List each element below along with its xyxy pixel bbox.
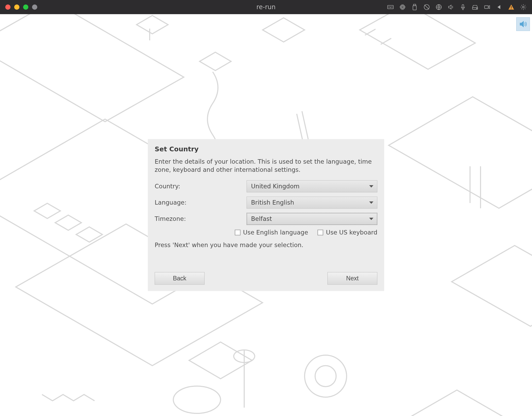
svg-rect-0 [388, 6, 393, 9]
svg-rect-1 [401, 6, 404, 9]
country-select-value: United Kingdom [251, 183, 300, 190]
wizard-heading: Set Country [155, 145, 377, 153]
language-select-value: British English [251, 199, 294, 206]
svg-rect-10 [484, 6, 488, 9]
chevron-down-icon [369, 201, 373, 204]
country-label: Country: [155, 183, 247, 190]
svg-rect-12 [511, 8, 512, 9]
maximize-window-button[interactable] [23, 4, 28, 10]
wizard-hint: Press 'Next' when you have made your sel… [155, 242, 377, 249]
timezone-select[interactable]: Belfast [247, 213, 377, 225]
timezone-label: Timezone: [155, 216, 247, 222]
audio-overlay-icon[interactable] [516, 17, 530, 31]
back-triangle-icon[interactable] [496, 4, 503, 10]
window-control-dot [32, 4, 37, 10]
disk-icon[interactable] [472, 4, 478, 10]
chevron-down-icon [369, 185, 373, 188]
wizard-actions: Back Next [155, 272, 377, 285]
back-button[interactable]: Back [155, 272, 205, 285]
use-english-language-label: Use English language [243, 229, 308, 236]
country-select[interactable]: United Kingdom [247, 180, 377, 193]
use-english-language-checkbox[interactable]: Use English language [235, 229, 308, 236]
window-titlebar: re-run [0, 0, 532, 14]
warning-icon[interactable] [508, 4, 515, 10]
svg-rect-2 [402, 6, 404, 8]
checkbox-box [317, 230, 323, 236]
system-tray [387, 4, 527, 10]
window-controls [5, 4, 37, 10]
options-row: Use English language Use US keyboard [155, 229, 377, 236]
language-row: Language: British English [155, 197, 377, 209]
svg-point-14 [305, 355, 347, 397]
svg-point-9 [476, 8, 477, 9]
wizard-description: Enter the details of your location. This… [155, 158, 377, 174]
language-select[interactable]: British English [247, 197, 377, 209]
camera-icon[interactable] [484, 4, 491, 10]
window-title: re-run [256, 3, 275, 11]
svg-rect-7 [462, 4, 464, 8]
close-window-button[interactable] [5, 4, 11, 10]
settings-gear-icon[interactable] [520, 4, 527, 10]
globe-icon[interactable] [435, 4, 442, 10]
timezone-select-value: Belfast [251, 216, 272, 222]
use-us-keyboard-checkbox[interactable]: Use US keyboard [317, 229, 377, 236]
country-row: Country: United Kingdom [155, 180, 377, 193]
volume-icon[interactable] [447, 4, 454, 10]
svg-rect-4 [413, 6, 416, 10]
chip-icon[interactable] [399, 4, 406, 10]
setup-wizard-dialog: Set Country Enter the details of your lo… [148, 139, 384, 291]
svg-point-13 [523, 6, 524, 8]
desktop: Set Country Enter the details of your lo… [0, 14, 532, 416]
microphone-icon[interactable] [460, 4, 466, 10]
svg-rect-11 [511, 6, 512, 8]
svg-point-16 [173, 386, 221, 413]
minimize-window-button[interactable] [14, 4, 19, 10]
keyboard-icon[interactable] [387, 4, 394, 10]
next-button[interactable]: Next [327, 272, 377, 285]
language-label: Language: [155, 199, 247, 206]
svg-point-15 [315, 366, 336, 387]
checkbox-box [235, 230, 241, 236]
network-disabled-icon[interactable] [423, 4, 430, 10]
usb-icon[interactable] [411, 4, 418, 10]
use-us-keyboard-label: Use US keyboard [326, 229, 377, 236]
chevron-down-icon [369, 218, 373, 220]
timezone-row: Timezone: Belfast [155, 213, 377, 225]
